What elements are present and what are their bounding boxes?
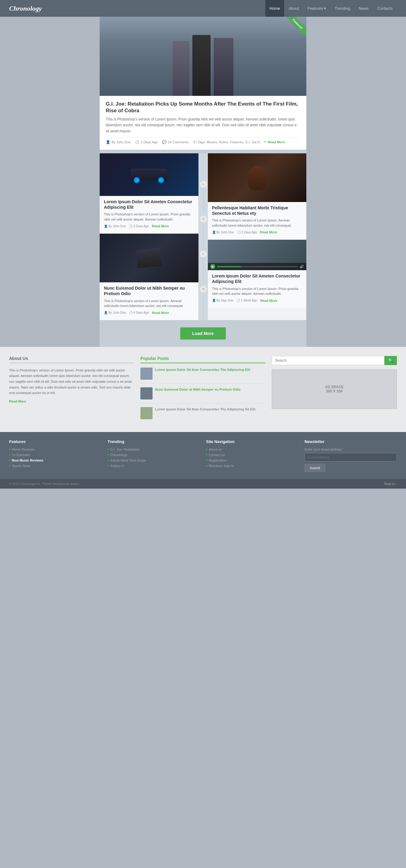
copyright-text: © 2013 Chronology Inc. Theme Designed by… bbox=[9, 482, 79, 486]
two-col-grid: Lorem Ipsum Dolor Sit Ameten Consectetur… bbox=[100, 153, 306, 320]
section-divider-1 bbox=[100, 150, 306, 153]
footer-tv-episodes[interactable]: ■ Tv Episodes bbox=[9, 453, 102, 457]
car-wheel-right bbox=[158, 177, 164, 183]
footer-about-us[interactable]: ■ About us bbox=[206, 447, 298, 451]
article-card-2: Pellentesque Habitant Morbi Tristique Se… bbox=[208, 153, 307, 240]
popular-post-title-3[interactable]: Lorem Ipsum Dolor Sit Ame Consectetur Th… bbox=[155, 407, 255, 419]
user-icon: 👤 bbox=[106, 140, 110, 144]
figure-1 bbox=[173, 41, 189, 96]
article-4-date: 🕐 1 Week Ago bbox=[236, 299, 258, 302]
footer-new-music[interactable]: ■ New Music Reviews bbox=[9, 459, 102, 462]
load-more-section: Load More bbox=[100, 320, 306, 347]
navbar: Chronology Home About Features ▾ Trendin… bbox=[0, 0, 406, 17]
newsletter-submit-button[interactable]: Submit bbox=[304, 464, 325, 472]
about-read-more[interactable]: Read More bbox=[9, 400, 26, 403]
article-1-title: Lorem Ipsum Dolor Sit Ameten Consectetur… bbox=[104, 199, 194, 210]
ad-space-text: AD SPACE300 X 250 bbox=[325, 385, 343, 393]
footer-contact-us[interactable]: ■ Contact us bbox=[206, 453, 298, 457]
footer-sports-news[interactable]: ■ Sports News bbox=[9, 464, 102, 468]
featured-read-more-link[interactable]: Read More bbox=[268, 140, 285, 144]
footer-chronology[interactable]: ■ Chronology bbox=[108, 453, 200, 457]
featured-author: 👤 By John Doe bbox=[106, 140, 131, 144]
article-card-3: Nunc Euismod Dolor ut Nibh Semper eu Pre… bbox=[100, 234, 198, 320]
article-3-date: 🕐 4 Days Ago bbox=[129, 311, 149, 314]
divider-icon-3: ≡ bbox=[199, 250, 207, 258]
footer-galaxy[interactable]: ■ Galaxy 4 bbox=[108, 464, 200, 468]
featured-readmore[interactable]: ✏ Read More bbox=[264, 140, 285, 144]
featured-tags: 🏷 Tags: Movies, Action, Features, G.I. J… bbox=[193, 140, 260, 144]
article-3-read-more[interactable]: Read More bbox=[152, 311, 169, 315]
volume-icon: 🔊 bbox=[300, 265, 304, 269]
nav-about[interactable]: About bbox=[284, 0, 303, 17]
article-1-image bbox=[100, 153, 198, 196]
load-more-button[interactable]: Load More bbox=[180, 328, 226, 340]
article-2-read-more[interactable]: Read More bbox=[260, 230, 277, 234]
footer-kanye[interactable]: ■ Kanye West New Single bbox=[108, 459, 200, 462]
featured-content: G.I. Joe: Retaliation Picks Up Some Mont… bbox=[100, 96, 306, 150]
col-left: Lorem Ipsum Dolor Sit Ameten Consectetur… bbox=[100, 153, 199, 320]
footer-members-signin[interactable]: ■ Members Sign In bbox=[206, 464, 298, 468]
featured-image: Featured bbox=[100, 17, 306, 96]
newsletter-label: Enter your email address bbox=[304, 447, 397, 451]
article-1-meta: 👤 By John Doe 🕐 2 Days Ago Read More bbox=[104, 224, 194, 228]
tag-icon: 🏷 bbox=[193, 140, 197, 144]
featured-excerpt: This is Photoshop's version of Lorem Ips… bbox=[106, 117, 300, 134]
col-right: Pellentesque Habitant Morbi Tristique Se… bbox=[208, 153, 307, 320]
person-silhouette bbox=[248, 165, 266, 190]
about-title: About Us bbox=[9, 356, 134, 363]
article-3-author: 👤 By John Doe bbox=[104, 311, 126, 314]
article-4-body: Lorem Ipsum Dolor Sit Ameten Consectetur… bbox=[208, 270, 307, 304]
car-body bbox=[131, 168, 167, 181]
footer-gijoe[interactable]: ■ G.I. Joe: Retaliation bbox=[108, 447, 200, 451]
footer-trending-title: Trending bbox=[108, 439, 200, 444]
bottom-bar: © 2013 Chronology Inc. Theme Designed by… bbox=[0, 479, 406, 489]
featured-title: G.I. Joe: Retaliation Picks Up Some Mont… bbox=[106, 101, 300, 114]
popular-post-title-1[interactable]: Lorem Ipsum Dolor Sit Ame Consectetur Th… bbox=[155, 368, 250, 380]
article-3-meta: 👤 By John Doe 🕐 4 Days Ago Read More bbox=[104, 311, 194, 315]
readmore-icon: ✏ bbox=[264, 140, 267, 144]
article-1-excerpt: This is Photoshop's version of Lorem Ips… bbox=[104, 212, 194, 222]
divider-icon-2: ✉ bbox=[199, 215, 207, 223]
bullet-7: ■ bbox=[108, 459, 109, 462]
footer-movie-reviews[interactable]: ■ Movie Reviews bbox=[9, 447, 102, 451]
nav-contacts[interactable]: Contacts bbox=[373, 0, 397, 17]
popular-post-title-2[interactable]: Nunc Euismod Dolor ut Nibh Semper eu Pre… bbox=[155, 387, 240, 400]
footer-newsletter-title: Newsletter bbox=[304, 439, 397, 444]
footer-features-title: Features bbox=[9, 439, 102, 444]
search-widget: 🔍 AD SPACE300 X 250 bbox=[272, 356, 397, 423]
nav-trending[interactable]: Trending bbox=[330, 0, 354, 17]
popular-title: Popular Posts bbox=[140, 356, 266, 363]
footer-col-sitenav: Site Navigation ■ About us ■ Contact us … bbox=[206, 439, 298, 472]
article-4-image: ▶ 🔊 bbox=[208, 240, 307, 270]
footer-registration[interactable]: ■ Registration bbox=[206, 459, 298, 462]
ad-space: AD SPACE300 X 250 bbox=[272, 369, 397, 409]
nav-home[interactable]: Home bbox=[265, 0, 284, 17]
comment-icon: 💬 bbox=[162, 140, 167, 144]
newsletter-email-input[interactable] bbox=[304, 453, 397, 462]
bullet-icon-3: ■ bbox=[9, 459, 11, 462]
divider-icon-1: ≡ bbox=[199, 180, 207, 188]
featured-article: Featured G.I. Joe: Retaliation Picks Up … bbox=[100, 17, 306, 150]
bullet-6: ■ bbox=[108, 453, 109, 456]
article-2-date: 🕐 3 Days Ago bbox=[237, 230, 257, 234]
article-1-read-more[interactable]: Read More bbox=[152, 224, 169, 228]
back-to-top-link[interactable]: Back to ↑ bbox=[384, 482, 397, 486]
ship-shape bbox=[136, 248, 162, 268]
progress-fill bbox=[217, 266, 241, 267]
nav-news[interactable]: News bbox=[354, 0, 373, 17]
bullet-5: ■ bbox=[108, 448, 109, 451]
search-input[interactable] bbox=[272, 356, 384, 365]
nav-features[interactable]: Features ▾ bbox=[303, 0, 330, 17]
clock-icon: 🕐 bbox=[135, 140, 139, 144]
article-2-author: 👤 By John Doe bbox=[212, 230, 234, 234]
play-button[interactable]: ▶ bbox=[210, 264, 215, 269]
article-4-read-more[interactable]: Read More bbox=[260, 299, 277, 302]
article-4-excerpt: This is Photoshop's version of Lorem Ips… bbox=[212, 286, 302, 296]
car-wheel-left bbox=[134, 177, 140, 183]
featured-badge: Featured bbox=[285, 17, 306, 36]
article-card-1: Lorem Ipsum Dolor Sit Ameten Consectetur… bbox=[100, 153, 198, 234]
article-2-title: Pellentesque Habitant Morbi Tristique Se… bbox=[212, 205, 302, 216]
article-2-meta: 👤 By John Doe 🕐 3 Days Ago Read More bbox=[212, 230, 302, 234]
search-button[interactable]: 🔍 bbox=[384, 356, 397, 365]
article-3-image bbox=[100, 234, 198, 282]
